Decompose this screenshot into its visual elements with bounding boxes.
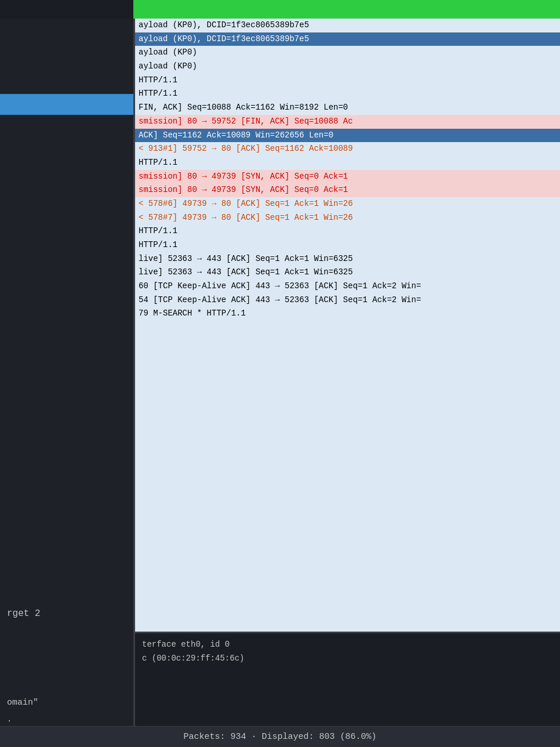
sidebar-selected-item[interactable] (0, 94, 133, 115)
packet-row[interactable]: ayload (KP0), DCID=1f3ec8065389b7e5 (135, 19, 560, 32)
status-bar: Packets: 934 · Displayed: 803 (86.0%) (0, 726, 560, 747)
packet-row[interactable]: ACK] Seq=1162 Ack=10089 Win=262656 Len=0 (135, 129, 560, 143)
packet-list: ayload (KP0), DCID=1f3ec8065389b7e5ayloa… (135, 19, 560, 321)
packet-row[interactable]: 79 M-SEARCH * HTTP/1.1 (135, 307, 560, 321)
sidebar-middle-space (0, 115, 133, 604)
top-bar-green (133, 0, 560, 19)
sidebar-target-label: rget 2 (0, 604, 133, 623)
packet-row[interactable]: HTTP/1.1 (135, 87, 560, 101)
packet-row[interactable]: FIN, ACK] Seq=10088 Ack=1162 Win=8192 Le… (135, 101, 560, 115)
main-area: rget 2 omain" . ayload (KP0), DCID=1f3ec… (0, 19, 560, 726)
packet-list-area[interactable]: ayload (KP0), DCID=1f3ec8065389b7e5ayloa… (135, 19, 560, 632)
sidebar: rget 2 omain" . (0, 19, 133, 726)
packet-row[interactable]: HTTP/1.1 (135, 156, 560, 170)
packet-row[interactable]: 54 [TCP Keep-Alive ACK] 443 → 52363 [ACK… (135, 293, 560, 307)
detail-line: terface eth0, id 0 (142, 638, 553, 652)
packet-row[interactable]: < 578#6] 49739 → 80 [ACK] Seq=1 Ack=1 Wi… (135, 197, 560, 211)
packet-row[interactable]: 60 [TCP Keep-Alive ACK] 443 → 52363 [ACK… (135, 280, 560, 293)
packet-row[interactable]: smission] 80 → 49739 [SYN, ACK] Seq=0 Ac… (135, 170, 560, 184)
packet-row[interactable]: live] 52363 → 443 [ACK] Seq=1 Ack=1 Win=… (135, 266, 560, 280)
detail-line: c (00:0c:29:ff:45:6c) (142, 652, 553, 666)
sidebar-top-space (0, 19, 133, 94)
sidebar-dot: . (0, 712, 133, 726)
sidebar-domain-label: omain" (0, 693, 133, 712)
packet-row[interactable]: HTTP/1.1 (135, 74, 560, 88)
packet-row[interactable]: smission] 80 → 49739 [SYN, ACK] Seq=0 Ac… (135, 183, 560, 197)
packet-row[interactable]: ayload (KP0), DCID=1f3ec8065389b7e5 (135, 32, 560, 46)
packet-row[interactable]: < 578#7] 49739 → 80 [ACK] Seq=1 Ack=1 Wi… (135, 211, 560, 225)
top-bar-left (0, 0, 133, 19)
packet-row[interactable]: ayload (KP0) (135, 60, 560, 74)
packet-row[interactable]: < 913#1] 59752 → 80 [ACK] Seq=1162 Ack=1… (135, 142, 560, 156)
packet-row[interactable]: ayload (KP0) (135, 46, 560, 60)
status-text: Packets: 934 · Displayed: 803 (86.0%) (183, 732, 376, 742)
detail-pane: terface eth0, id 0c (00:0c:29:ff:45:6c) (135, 633, 560, 726)
content-wrapper: ayload (KP0), DCID=1f3ec8065389b7e5ayloa… (135, 19, 560, 726)
packet-row[interactable]: live] 52363 → 443 [ACK] Seq=1 Ack=1 Win=… (135, 252, 560, 266)
packet-row[interactable]: HTTP/1.1 (135, 224, 560, 238)
packet-row[interactable]: HTTP/1.1 (135, 238, 560, 252)
top-bar (0, 0, 560, 19)
sidebar-spacer2 (0, 623, 133, 693)
packet-row[interactable]: smission] 80 → 59752 [FIN, ACK] Seq=1008… (135, 115, 560, 129)
